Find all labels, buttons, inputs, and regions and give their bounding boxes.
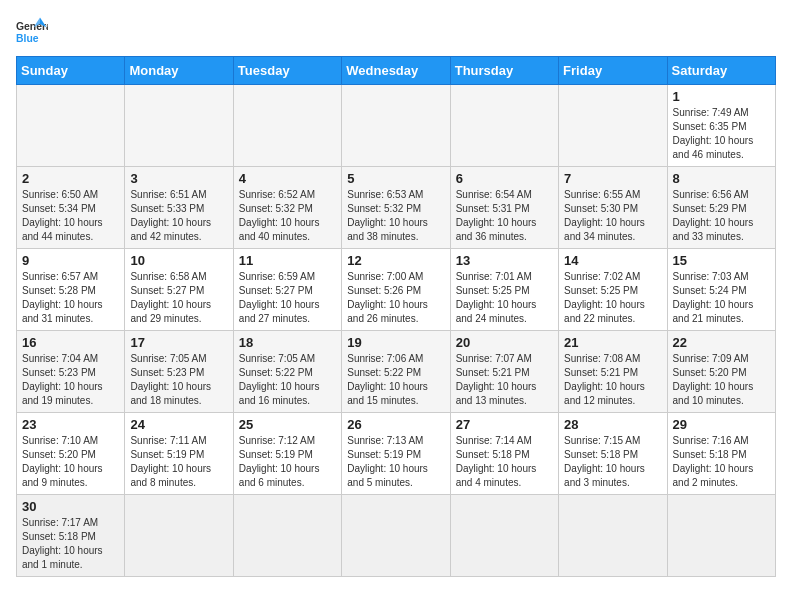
calendar-cell xyxy=(125,85,233,167)
day-number: 7 xyxy=(564,171,661,186)
calendar-cell: 30Sunrise: 7:17 AM Sunset: 5:18 PM Dayli… xyxy=(17,495,125,577)
day-info: Sunrise: 7:15 AM Sunset: 5:18 PM Dayligh… xyxy=(564,434,661,490)
calendar-cell: 8Sunrise: 6:56 AM Sunset: 5:29 PM Daylig… xyxy=(667,167,775,249)
calendar-cell: 4Sunrise: 6:52 AM Sunset: 5:32 PM Daylig… xyxy=(233,167,341,249)
calendar-week-row: 1Sunrise: 7:49 AM Sunset: 6:35 PM Daylig… xyxy=(17,85,776,167)
day-number: 27 xyxy=(456,417,553,432)
day-info: Sunrise: 6:51 AM Sunset: 5:33 PM Dayligh… xyxy=(130,188,227,244)
day-info: Sunrise: 6:57 AM Sunset: 5:28 PM Dayligh… xyxy=(22,270,119,326)
calendar-cell xyxy=(559,85,667,167)
weekday-header-saturday: Saturday xyxy=(667,57,775,85)
day-info: Sunrise: 7:12 AM Sunset: 5:19 PM Dayligh… xyxy=(239,434,336,490)
calendar-cell: 19Sunrise: 7:06 AM Sunset: 5:22 PM Dayli… xyxy=(342,331,450,413)
calendar-cell xyxy=(450,495,558,577)
day-number: 25 xyxy=(239,417,336,432)
day-info: Sunrise: 6:53 AM Sunset: 5:32 PM Dayligh… xyxy=(347,188,444,244)
weekday-header-row: SundayMondayTuesdayWednesdayThursdayFrid… xyxy=(17,57,776,85)
day-info: Sunrise: 6:54 AM Sunset: 5:31 PM Dayligh… xyxy=(456,188,553,244)
day-number: 9 xyxy=(22,253,119,268)
calendar-cell: 16Sunrise: 7:04 AM Sunset: 5:23 PM Dayli… xyxy=(17,331,125,413)
day-number: 22 xyxy=(673,335,770,350)
calendar-cell xyxy=(125,495,233,577)
calendar-cell xyxy=(342,495,450,577)
day-number: 18 xyxy=(239,335,336,350)
day-number: 24 xyxy=(130,417,227,432)
day-number: 13 xyxy=(456,253,553,268)
calendar-cell xyxy=(667,495,775,577)
day-number: 29 xyxy=(673,417,770,432)
weekday-header-wednesday: Wednesday xyxy=(342,57,450,85)
calendar-cell xyxy=(342,85,450,167)
day-info: Sunrise: 7:08 AM Sunset: 5:21 PM Dayligh… xyxy=(564,352,661,408)
weekday-header-thursday: Thursday xyxy=(450,57,558,85)
calendar-cell: 12Sunrise: 7:00 AM Sunset: 5:26 PM Dayli… xyxy=(342,249,450,331)
svg-text:Blue: Blue xyxy=(16,33,39,44)
day-info: Sunrise: 6:59 AM Sunset: 5:27 PM Dayligh… xyxy=(239,270,336,326)
calendar-cell: 26Sunrise: 7:13 AM Sunset: 5:19 PM Dayli… xyxy=(342,413,450,495)
day-info: Sunrise: 7:17 AM Sunset: 5:18 PM Dayligh… xyxy=(22,516,119,572)
day-info: Sunrise: 7:04 AM Sunset: 5:23 PM Dayligh… xyxy=(22,352,119,408)
weekday-header-tuesday: Tuesday xyxy=(233,57,341,85)
day-info: Sunrise: 7:07 AM Sunset: 5:21 PM Dayligh… xyxy=(456,352,553,408)
day-number: 10 xyxy=(130,253,227,268)
calendar-cell: 1Sunrise: 7:49 AM Sunset: 6:35 PM Daylig… xyxy=(667,85,775,167)
day-info: Sunrise: 6:56 AM Sunset: 5:29 PM Dayligh… xyxy=(673,188,770,244)
day-info: Sunrise: 7:06 AM Sunset: 5:22 PM Dayligh… xyxy=(347,352,444,408)
calendar-cell: 10Sunrise: 6:58 AM Sunset: 5:27 PM Dayli… xyxy=(125,249,233,331)
day-number: 21 xyxy=(564,335,661,350)
calendar-cell: 6Sunrise: 6:54 AM Sunset: 5:31 PM Daylig… xyxy=(450,167,558,249)
calendar-cell: 15Sunrise: 7:03 AM Sunset: 5:24 PM Dayli… xyxy=(667,249,775,331)
day-number: 30 xyxy=(22,499,119,514)
day-info: Sunrise: 6:58 AM Sunset: 5:27 PM Dayligh… xyxy=(130,270,227,326)
weekday-header-sunday: Sunday xyxy=(17,57,125,85)
day-number: 8 xyxy=(673,171,770,186)
calendar-cell: 11Sunrise: 6:59 AM Sunset: 5:27 PM Dayli… xyxy=(233,249,341,331)
day-number: 14 xyxy=(564,253,661,268)
weekday-header-monday: Monday xyxy=(125,57,233,85)
calendar-week-row: 2Sunrise: 6:50 AM Sunset: 5:34 PM Daylig… xyxy=(17,167,776,249)
day-number: 2 xyxy=(22,171,119,186)
header: General Blue xyxy=(16,16,776,48)
calendar-cell: 20Sunrise: 7:07 AM Sunset: 5:21 PM Dayli… xyxy=(450,331,558,413)
calendar-cell: 2Sunrise: 6:50 AM Sunset: 5:34 PM Daylig… xyxy=(17,167,125,249)
day-info: Sunrise: 7:01 AM Sunset: 5:25 PM Dayligh… xyxy=(456,270,553,326)
calendar-cell: 25Sunrise: 7:12 AM Sunset: 5:19 PM Dayli… xyxy=(233,413,341,495)
day-info: Sunrise: 7:09 AM Sunset: 5:20 PM Dayligh… xyxy=(673,352,770,408)
calendar-cell: 14Sunrise: 7:02 AM Sunset: 5:25 PM Dayli… xyxy=(559,249,667,331)
day-info: Sunrise: 7:02 AM Sunset: 5:25 PM Dayligh… xyxy=(564,270,661,326)
calendar-week-row: 23Sunrise: 7:10 AM Sunset: 5:20 PM Dayli… xyxy=(17,413,776,495)
day-number: 3 xyxy=(130,171,227,186)
calendar-cell: 29Sunrise: 7:16 AM Sunset: 5:18 PM Dayli… xyxy=(667,413,775,495)
calendar-cell: 28Sunrise: 7:15 AM Sunset: 5:18 PM Dayli… xyxy=(559,413,667,495)
day-number: 16 xyxy=(22,335,119,350)
calendar-cell: 24Sunrise: 7:11 AM Sunset: 5:19 PM Dayli… xyxy=(125,413,233,495)
day-info: Sunrise: 7:16 AM Sunset: 5:18 PM Dayligh… xyxy=(673,434,770,490)
day-info: Sunrise: 7:00 AM Sunset: 5:26 PM Dayligh… xyxy=(347,270,444,326)
calendar: SundayMondayTuesdayWednesdayThursdayFrid… xyxy=(16,56,776,577)
day-info: Sunrise: 7:10 AM Sunset: 5:20 PM Dayligh… xyxy=(22,434,119,490)
day-number: 26 xyxy=(347,417,444,432)
day-info: Sunrise: 7:13 AM Sunset: 5:19 PM Dayligh… xyxy=(347,434,444,490)
calendar-cell xyxy=(559,495,667,577)
day-number: 17 xyxy=(130,335,227,350)
day-number: 6 xyxy=(456,171,553,186)
day-number: 20 xyxy=(456,335,553,350)
day-number: 5 xyxy=(347,171,444,186)
calendar-cell: 27Sunrise: 7:14 AM Sunset: 5:18 PM Dayli… xyxy=(450,413,558,495)
day-number: 12 xyxy=(347,253,444,268)
calendar-cell xyxy=(233,495,341,577)
calendar-cell: 22Sunrise: 7:09 AM Sunset: 5:20 PM Dayli… xyxy=(667,331,775,413)
calendar-cell: 18Sunrise: 7:05 AM Sunset: 5:22 PM Dayli… xyxy=(233,331,341,413)
logo: General Blue xyxy=(16,16,48,48)
day-info: Sunrise: 7:14 AM Sunset: 5:18 PM Dayligh… xyxy=(456,434,553,490)
calendar-cell: 23Sunrise: 7:10 AM Sunset: 5:20 PM Dayli… xyxy=(17,413,125,495)
calendar-cell xyxy=(233,85,341,167)
calendar-cell: 21Sunrise: 7:08 AM Sunset: 5:21 PM Dayli… xyxy=(559,331,667,413)
day-info: Sunrise: 7:11 AM Sunset: 5:19 PM Dayligh… xyxy=(130,434,227,490)
calendar-cell xyxy=(450,85,558,167)
day-info: Sunrise: 6:55 AM Sunset: 5:30 PM Dayligh… xyxy=(564,188,661,244)
calendar-cell: 3Sunrise: 6:51 AM Sunset: 5:33 PM Daylig… xyxy=(125,167,233,249)
day-info: Sunrise: 6:50 AM Sunset: 5:34 PM Dayligh… xyxy=(22,188,119,244)
calendar-cell: 7Sunrise: 6:55 AM Sunset: 5:30 PM Daylig… xyxy=(559,167,667,249)
calendar-cell xyxy=(17,85,125,167)
